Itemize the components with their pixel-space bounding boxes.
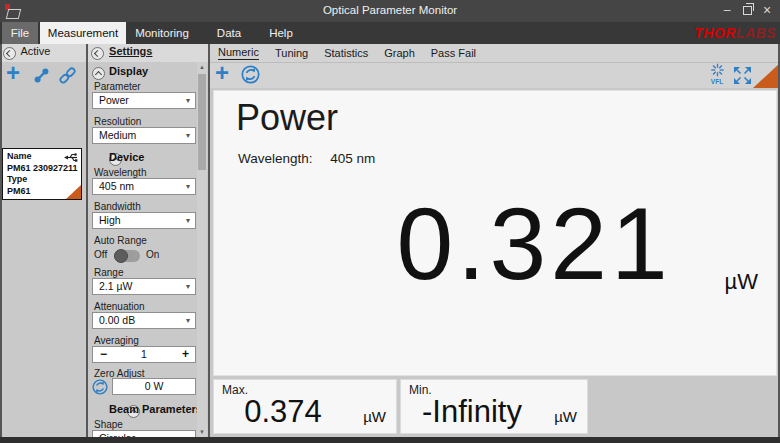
averaging-increment-button[interactable]: + <box>182 347 189 362</box>
resolution-label: Resolution <box>94 116 141 127</box>
wavelength-value: 405 nm <box>99 180 134 192</box>
device-card-corner <box>66 185 81 199</box>
attenuation-value: 0.00 dB <box>99 314 135 326</box>
min-unit: µW <box>554 408 577 425</box>
parameter-label: Parameter <box>94 81 141 92</box>
device-serial: PM61 230927211 <box>7 163 77 175</box>
restore-button[interactable] <box>738 0 756 20</box>
scroll-up-icon[interactable]: ▲ <box>197 64 207 70</box>
wavelength-label: Wavelength <box>94 167 146 178</box>
averaging-stepper: − 1 + <box>92 346 196 363</box>
auto-range-label: Auto Range <box>94 235 147 246</box>
chevron-left-icon <box>6 50 13 57</box>
dropdown-caret-icon: ▾ <box>186 213 190 228</box>
range-value: 2.1 µW <box>99 280 132 292</box>
dropdown-caret-icon: ▾ <box>186 279 190 294</box>
logo-labs: LABS <box>736 25 776 41</box>
main-tab-row: Numeric Tuning Statistics Graph Pass Fai… <box>210 44 780 63</box>
section-display-collapse-icon[interactable] <box>92 67 105 80</box>
shape-label: Shape <box>94 419 123 430</box>
tab-settings[interactable]: Settings <box>109 45 152 57</box>
toggle-on-label: On <box>146 249 159 260</box>
usb-icon <box>64 153 78 162</box>
averaging-value: 1 <box>93 347 195 362</box>
numeric-display-panel: Power Wavelength: 405 nm 0.321 µW <box>213 90 777 376</box>
settings-header: Settings Information <box>88 44 208 63</box>
window-bottom-edge <box>0 437 780 443</box>
tab-graph[interactable]: Graph <box>384 47 415 60</box>
add-device-button[interactable]: + <box>6 62 20 84</box>
shape-dropdown[interactable]: Circular ▾ <box>92 430 196 437</box>
reset-statistics-button[interactable] <box>241 65 260 84</box>
resolution-dropdown[interactable]: Medium ▾ <box>92 127 196 144</box>
scroll-down-icon[interactable]: ▼ <box>197 429 207 435</box>
max-value: 0.374 <box>214 394 352 430</box>
settings-panel: Display Parameter Power ▾ Resolution Med… <box>88 62 208 437</box>
settings-scrollbar[interactable]: ▲ ▼ <box>197 62 207 437</box>
panel-corner-triangle[interactable] <box>753 63 780 88</box>
section-beam-title: Beam Parameters <box>109 403 202 415</box>
wavelength-row: Wavelength: 405 nm <box>238 151 375 166</box>
menu-measurement[interactable]: Measurement <box>40 22 126 44</box>
resolution-value: Medium <box>99 129 136 141</box>
thorlabs-logo: THORLABS <box>694 25 776 41</box>
tab-numeric[interactable]: Numeric <box>218 46 259 60</box>
window-left-edge <box>0 44 2 443</box>
title-bar: Optical Parameter Monitor – × <box>0 0 780 22</box>
power-value: 0.321 <box>364 189 704 299</box>
window-title: Optical Parameter Monitor <box>0 4 780 16</box>
add-display-button[interactable]: + <box>215 62 229 84</box>
bandwidth-dropdown[interactable]: High ▾ <box>92 212 196 229</box>
chevron-up-icon <box>95 71 102 78</box>
measurement-title: Power <box>236 97 338 139</box>
averaging-label: Averaging <box>94 335 139 346</box>
tab-pass-fail[interactable]: Pass Fail <box>431 47 476 60</box>
parameter-dropdown[interactable]: Power ▾ <box>92 92 196 109</box>
attenuation-dropdown[interactable]: 0.00 dB ▾ <box>92 312 196 329</box>
wavelength-dropdown[interactable]: 405 nm ▾ <box>92 178 196 195</box>
auto-range-toggle[interactable] <box>114 250 140 262</box>
zero-adjust-field[interactable]: 0 W <box>112 378 196 395</box>
menu-file[interactable]: File <box>2 22 38 44</box>
min-value: -Infinity <box>401 394 543 430</box>
minimize-button[interactable]: – <box>718 0 736 20</box>
close-button[interactable]: × <box>758 0 776 20</box>
parameter-value: Power <box>99 94 129 106</box>
menu-help[interactable]: Help <box>266 22 296 44</box>
toggle-knob <box>114 249 128 263</box>
collapse-settings-icon[interactable] <box>91 47 104 60</box>
menu-bar: File Measurement Monitoring Data Viewer … <box>0 22 780 44</box>
bandwidth-label: Bandwidth <box>94 201 141 212</box>
attenuation-label: Attenuation <box>94 301 145 312</box>
tab-tuning[interactable]: Tuning <box>275 47 308 60</box>
dropdown-caret-icon: ▾ <box>186 128 190 143</box>
chevron-left-icon <box>94 50 101 57</box>
section-display-title: Display <box>109 65 148 77</box>
range-label: Range <box>94 267 123 278</box>
scrollbar-thumb[interactable] <box>198 74 206 170</box>
min-panel: Min. -Infinity µW <box>400 379 588 434</box>
dropdown-caret-icon: ▾ <box>186 93 190 108</box>
app-window: Optical Parameter Monitor – × File Measu… <box>0 0 780 443</box>
device-type-label: Type <box>7 174 77 186</box>
device-card[interactable]: Name PM61 230927211 Type PM61 <box>2 148 82 200</box>
fullscreen-button[interactable] <box>733 66 752 85</box>
range-dropdown[interactable]: 2.1 µW ▾ <box>92 278 196 295</box>
menu-monitoring[interactable]: Monitoring <box>132 22 192 44</box>
dropdown-caret-icon: ▾ <box>186 179 190 194</box>
tab-statistics[interactable]: Statistics <box>324 47 368 60</box>
toggle-off-label: Off <box>94 249 107 260</box>
menu-data-viewer[interactable]: Data Viewer <box>198 22 260 44</box>
max-unit: µW <box>363 408 386 425</box>
section-device-title: Device <box>109 151 144 163</box>
zero-adjust-button[interactable] <box>92 379 108 395</box>
link-device-icon[interactable] <box>59 67 76 84</box>
bandwidth-value: High <box>99 214 121 226</box>
wavelength-reading: 405 nm <box>330 151 375 166</box>
numeric-toolbar: + VFL <box>210 63 780 88</box>
dropdown-caret-icon: ▾ <box>186 313 190 328</box>
max-panel: Max. 0.374 µW <box>213 379 397 434</box>
vfl-button[interactable]: VFL <box>706 63 728 85</box>
power-unit: µW <box>725 269 758 295</box>
connect-device-icon[interactable] <box>33 67 50 84</box>
